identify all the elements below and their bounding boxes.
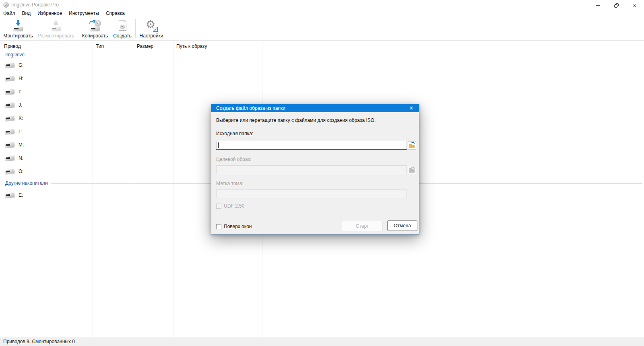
- browse-source-folder-button[interactable]: [408, 141, 416, 150]
- group-header-imgdrive: ImgDrive: [0, 51, 642, 58]
- eject-drive-icon: [50, 20, 62, 32]
- menu-bar: Файл Вид Избранное Инструменты Справка: [0, 10, 644, 17]
- restore-icon: [614, 3, 619, 8]
- dialog-instruction: Выберите или перетащите папку с файлами …: [216, 117, 414, 123]
- source-folder-label: Исходная папка:: [216, 131, 253, 136]
- toolbar: Монтировать Размонтировать Копировать Со…: [0, 17, 644, 41]
- drive-row-h[interactable]: H:: [0, 72, 642, 85]
- dialog-titlebar: Создать файл образа из папки: [211, 104, 419, 112]
- copy-disc-icon: [89, 20, 101, 32]
- drive-icon: [5, 142, 15, 147]
- create-button[interactable]: Создать: [111, 17, 134, 40]
- menu-view[interactable]: Вид: [22, 10, 31, 16]
- window-titlebar: ImgDrive Portable Pro ×: [0, 0, 644, 10]
- start-button[interactable]: Старт: [342, 221, 383, 231]
- settings-button-label: Настройки: [140, 33, 163, 39]
- dialog-title: Создать файл образа из папки: [216, 105, 285, 111]
- toolbar-separator: [78, 19, 78, 38]
- drive-icon: [5, 62, 15, 68]
- window-title: ImgDrive Portable Pro: [11, 2, 59, 8]
- close-icon: ×: [633, 2, 637, 8]
- folder-icon: [409, 145, 415, 148]
- target-image-label: Целевой образ:: [216, 157, 251, 162]
- drive-icon: [5, 102, 15, 107]
- mount-button-label: Монтировать: [3, 33, 33, 39]
- cancel-button[interactable]: Отмена: [387, 220, 417, 231]
- mount-button[interactable]: Монтировать: [1, 17, 35, 40]
- app-disc-icon: [3, 2, 9, 8]
- column-header-size[interactable]: Размер: [137, 41, 153, 51]
- drive-icon: [5, 76, 15, 81]
- source-folder-input[interactable]: [216, 141, 407, 150]
- imgdrive-main-window: ImgDrive Portable Pro × Файл Вид Избранн…: [0, 0, 644, 346]
- always-on-top-checkbox-row: Поверх окон: [216, 224, 252, 229]
- settings-button[interactable]: ⚙ ✓ Настройки: [137, 17, 166, 40]
- browse-target-image-button[interactable]: [408, 166, 416, 174]
- column-header-type[interactable]: Тип: [96, 41, 104, 51]
- status-text: Приводов 9, Смонтированных 0: [3, 339, 75, 344]
- always-on-top-checkbox[interactable]: [216, 224, 221, 229]
- menu-tools[interactable]: Инструменты: [69, 10, 99, 16]
- udf-checkbox-row: UDF 2.50: [216, 203, 244, 209]
- target-image-input[interactable]: [216, 165, 407, 174]
- menu-help[interactable]: Справка: [106, 10, 125, 16]
- drive-row-g[interactable]: G:: [0, 58, 642, 72]
- create-image-icon: [116, 20, 128, 32]
- source-folder-input-wrap: [216, 141, 407, 150]
- mount-drive-icon: [12, 20, 24, 32]
- volume-label-input-wrap: [216, 189, 407, 198]
- dialog-close-button[interactable]: ×: [406, 104, 417, 112]
- check-icon: ✓: [153, 27, 158, 32]
- status-bar: Приводов 9, Смонтированных 0: [0, 337, 644, 346]
- drive-icon: [5, 169, 15, 174]
- drive-icon: [5, 115, 15, 121]
- unmount-button[interactable]: Размонтировать: [35, 17, 76, 40]
- menu-favorites[interactable]: Избранное: [37, 10, 62, 16]
- column-header-drive[interactable]: Привод: [4, 41, 21, 51]
- udf-checkbox-label: UDF 2.50: [224, 203, 244, 209]
- create-button-label: Создать: [113, 33, 132, 39]
- unmount-button-label: Размонтировать: [37, 33, 74, 39]
- text-caret: [218, 142, 219, 148]
- restore-button[interactable]: [607, 0, 625, 10]
- copy-button-label: Копировать: [82, 33, 108, 39]
- volume-label-label: Метка тома:: [216, 181, 244, 186]
- settings-gear-icon: ⚙ ✓: [145, 20, 157, 32]
- create-image-dialog: Создать файл образа из папки × Выберите …: [211, 104, 419, 235]
- drive-icon: [5, 89, 15, 94]
- udf-checkbox[interactable]: [216, 204, 221, 209]
- column-header-image-path[interactable]: Путь к образу: [176, 41, 207, 51]
- minimize-button[interactable]: [588, 0, 607, 10]
- drive-row-i[interactable]: I:: [0, 85, 642, 98]
- toolbar-separator: [135, 19, 136, 38]
- close-button[interactable]: ×: [625, 0, 644, 10]
- volume-label-input[interactable]: [216, 189, 407, 198]
- drive-list-header: Привод Тип Размер Путь к образу: [0, 41, 644, 51]
- copy-button[interactable]: Копировать: [79, 17, 111, 40]
- target-image-input-wrap: [216, 165, 407, 174]
- menu-file[interactable]: Файл: [3, 10, 15, 16]
- group-divider-line: [27, 55, 642, 55]
- minimize-icon: [596, 5, 600, 6]
- drive-icon: [5, 155, 15, 161]
- close-icon: ×: [409, 105, 413, 112]
- drive-icon: [5, 192, 15, 198]
- folder-icon: [409, 169, 415, 173]
- drive-icon: [5, 129, 15, 134]
- always-on-top-label: Поверх окон: [224, 224, 252, 229]
